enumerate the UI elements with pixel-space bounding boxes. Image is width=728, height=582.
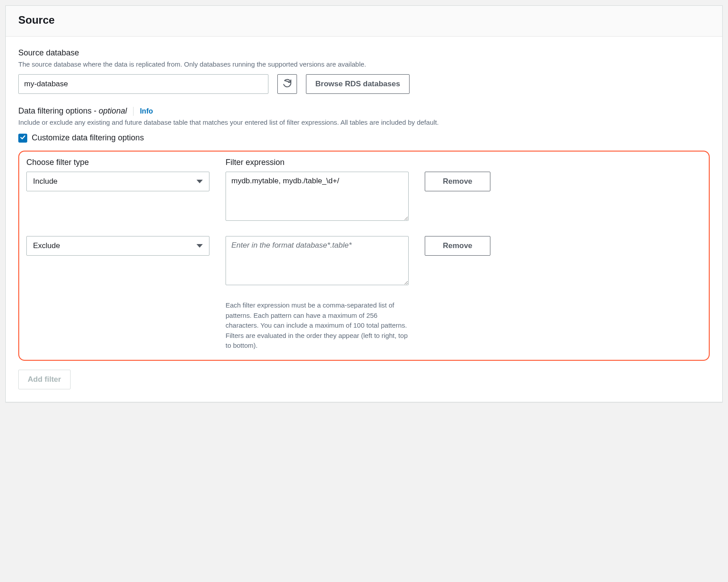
browse-rds-button[interactable]: Browse RDS databases (306, 74, 410, 94)
filter-type-select[interactable]: Include (26, 172, 209, 191)
filter-help-text: Each filter expression must be a comma-s… (226, 300, 409, 351)
source-db-label: Source database (18, 48, 710, 58)
filter-config-box: Choose filter type Filter expression Inc… (18, 151, 710, 361)
filter-type-header: Choose filter type (26, 158, 209, 167)
filter-row: Exclude Remove (26, 236, 702, 285)
panel-body: Source database The source database wher… (6, 37, 722, 402)
info-link[interactable]: Info (140, 107, 153, 115)
customize-checkbox-label: Customize data filtering options (32, 133, 144, 143)
filter-expression-input[interactable] (226, 172, 409, 221)
customize-checkbox[interactable] (18, 134, 27, 143)
remove-filter-button[interactable]: Remove (425, 172, 490, 191)
panel-title: Source (18, 14, 710, 26)
filter-type-select[interactable]: Exclude (26, 236, 209, 256)
filter-row: Include Remove (26, 172, 702, 221)
source-db-row: Browse RDS databases (18, 74, 710, 94)
filter-type-value: Exclude (33, 241, 60, 250)
vertical-divider (133, 107, 134, 116)
refresh-button[interactable] (277, 74, 297, 94)
add-filter-button[interactable]: Add filter (18, 370, 71, 389)
customize-checkbox-row: Customize data filtering options (18, 133, 710, 143)
filtering-label: Data filtering options - optional (18, 106, 127, 116)
filter-expression-header: Filter expression (226, 158, 409, 167)
chevron-down-icon (197, 180, 203, 183)
source-db-description: The source database where the data is re… (18, 59, 710, 69)
check-icon (20, 134, 26, 142)
panel-header: Source (6, 6, 722, 37)
remove-filter-button[interactable]: Remove (425, 236, 490, 256)
chevron-down-icon (197, 244, 203, 248)
filter-expression-input[interactable] (226, 236, 409, 285)
filtering-description: Include or exclude any existing and futu… (18, 118, 710, 127)
filter-type-value: Include (33, 177, 58, 186)
filter-headers: Choose filter type Filter expression (26, 158, 702, 167)
filtering-label-row: Data filtering options - optional Info (18, 106, 710, 116)
filter-help-row: Each filter expression must be a comma-s… (26, 300, 702, 351)
source-panel: Source Source database The source databa… (5, 5, 723, 402)
refresh-icon (282, 78, 292, 90)
source-db-input[interactable] (18, 74, 268, 94)
